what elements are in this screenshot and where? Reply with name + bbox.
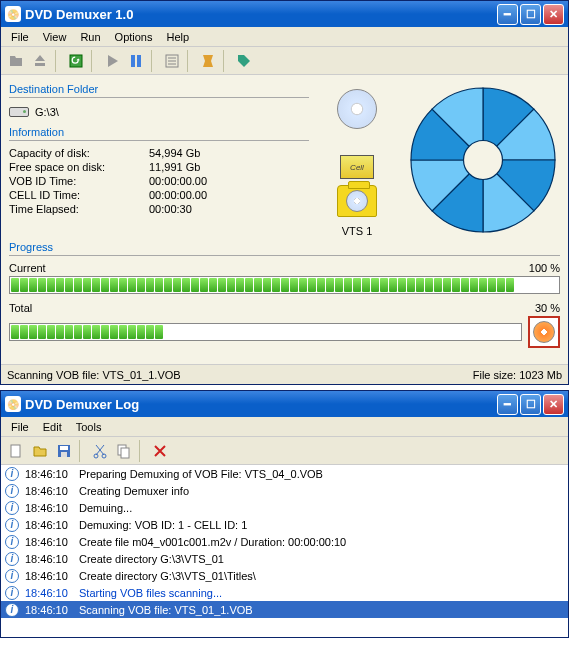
total-progress-bar (9, 323, 522, 341)
menu-run[interactable]: Run (74, 29, 106, 45)
log-toolbar (1, 437, 568, 465)
info-label: Capacity of disk: (9, 147, 139, 159)
log-cut-button[interactable] (89, 440, 111, 462)
log-text: Demuxing: VOB ID: 1 - CELL ID: 1 (79, 519, 247, 531)
app-icon: 📀 (5, 6, 21, 22)
info-icon: i (5, 603, 19, 617)
current-label: Current (9, 262, 46, 274)
log-new-button[interactable] (5, 440, 27, 462)
drive-icon (9, 107, 29, 117)
main-menubar: File View Run Options Help (1, 27, 568, 47)
log-time: 18:46:10 (25, 553, 73, 565)
log-row[interactable]: i18:46:10Demuxing: VOB ID: 1 - CELL ID: … (1, 516, 568, 533)
info-label: CELL ID Time: (9, 189, 139, 201)
svg-rect-12 (121, 448, 129, 458)
log-menu-file[interactable]: File (5, 419, 35, 435)
menu-file[interactable]: File (5, 29, 35, 45)
log-maximize-button[interactable]: ☐ (520, 394, 541, 415)
log-row[interactable]: i18:46:10Starting VOB files scanning... (1, 584, 568, 601)
log-time: 18:46:10 (25, 587, 73, 599)
log-text: Preparing Demuxing of VOB File: VTS_04_0… (79, 468, 323, 480)
log-row[interactable]: i18:46:10Preparing Demuxing of VOB File:… (1, 465, 568, 482)
info-label: Free space on disk: (9, 161, 139, 173)
pause-button[interactable] (125, 50, 147, 72)
info-value: 00:00:30 (149, 203, 309, 215)
log-delete-button[interactable] (149, 440, 171, 462)
refresh-button[interactable] (65, 50, 87, 72)
help-button[interactable] (197, 50, 219, 72)
information-group: Information Capacity of disk:54,994 GbFr… (9, 126, 309, 215)
log-minimize-button[interactable]: ━ (497, 394, 518, 415)
settings-button[interactable] (161, 50, 183, 72)
vob-icon[interactable]: Cell (340, 155, 374, 179)
log-row[interactable]: i18:46:10Scanning VOB file: VTS_01_1.VOB (1, 601, 568, 618)
info-icon: i (5, 518, 19, 532)
eject-button[interactable] (29, 50, 51, 72)
svg-rect-2 (137, 55, 141, 67)
log-text: Starting VOB files scanning... (79, 587, 222, 599)
open-button[interactable] (5, 50, 27, 72)
log-title: DVD Demuxer Log (25, 397, 497, 412)
info-label: Time Elapsed: (9, 203, 139, 215)
burn-button[interactable] (528, 316, 560, 348)
disc-icon[interactable] (337, 89, 377, 129)
info-icon: i (5, 569, 19, 583)
minimize-button[interactable]: ━ (497, 4, 518, 25)
log-copy-button[interactable] (113, 440, 135, 462)
log-titlebar[interactable]: 📀 DVD Demuxer Log ━ ☐ ✕ (1, 391, 568, 417)
log-row[interactable]: i18:46:10Creating Demuxer info (1, 482, 568, 499)
svg-rect-7 (60, 446, 68, 450)
pie-chart[interactable] (405, 83, 560, 237)
log-time: 18:46:10 (25, 536, 73, 548)
log-text: Create directory G:\3\VTS_01 (79, 553, 224, 565)
main-title: DVD Demuxer 1.0 (25, 7, 497, 22)
log-time: 18:46:10 (25, 468, 73, 480)
progress-title: Progress (9, 241, 560, 253)
destination-group: Destination Folder G:\3\ (9, 83, 309, 120)
info-icon: i (5, 586, 19, 600)
main-titlebar[interactable]: 📀 DVD Demuxer 1.0 ━ ☐ ✕ (1, 1, 568, 27)
svg-rect-8 (61, 452, 67, 457)
main-window: 📀 DVD Demuxer 1.0 ━ ☐ ✕ File View Run Op… (0, 0, 569, 385)
tag-button[interactable] (233, 50, 255, 72)
menu-options[interactable]: Options (109, 29, 159, 45)
total-label: Total (9, 302, 32, 314)
current-progress-bar (9, 276, 560, 294)
log-time: 18:46:10 (25, 485, 73, 497)
log-menubar: File Edit Tools (1, 417, 568, 437)
maximize-button[interactable]: ☐ (520, 4, 541, 25)
log-row[interactable]: i18:46:10Create directory G:\3\VTS_01 (1, 550, 568, 567)
close-button[interactable]: ✕ (543, 4, 564, 25)
info-label: VOB ID Time: (9, 175, 139, 187)
info-value: 00:00:00.00 (149, 175, 309, 187)
log-row[interactable]: i18:46:10Demuing... (1, 499, 568, 516)
menu-help[interactable]: Help (161, 29, 196, 45)
info-icon: i (5, 552, 19, 566)
log-row[interactable]: i18:46:10Create directory G:\3\VTS_01\Ti… (1, 567, 568, 584)
log-list[interactable]: i18:46:10Preparing Demuxing of VOB File:… (1, 465, 568, 637)
log-row[interactable]: i18:46:10Create file m04_v001c001.m2v / … (1, 533, 568, 550)
log-open-button[interactable] (29, 440, 51, 462)
vts-folder-icon[interactable] (337, 185, 377, 217)
svg-rect-5 (11, 445, 20, 457)
play-button[interactable] (101, 50, 123, 72)
status-right: File size: 1023 Mb (467, 369, 568, 381)
log-menu-tools[interactable]: Tools (70, 419, 108, 435)
log-app-icon: 📀 (5, 396, 21, 412)
log-time: 18:46:10 (25, 519, 73, 531)
info-icon: i (5, 484, 19, 498)
log-menu-edit[interactable]: Edit (37, 419, 68, 435)
log-close-button[interactable]: ✕ (543, 394, 564, 415)
info-value: 00:00:00.00 (149, 189, 309, 201)
info-value: 54,994 Gb (149, 147, 309, 159)
destination-title: Destination Folder (9, 83, 309, 95)
log-text: Demuing... (79, 502, 132, 514)
svg-point-4 (463, 141, 502, 180)
log-text: Creating Demuxer info (79, 485, 189, 497)
log-save-button[interactable] (53, 440, 75, 462)
log-text: Scanning VOB file: VTS_01_1.VOB (79, 604, 253, 616)
info-icon: i (5, 501, 19, 515)
menu-view[interactable]: View (37, 29, 73, 45)
vts-label: VTS 1 (342, 225, 373, 237)
log-text: Create directory G:\3\VTS_01\Titles\ (79, 570, 256, 582)
